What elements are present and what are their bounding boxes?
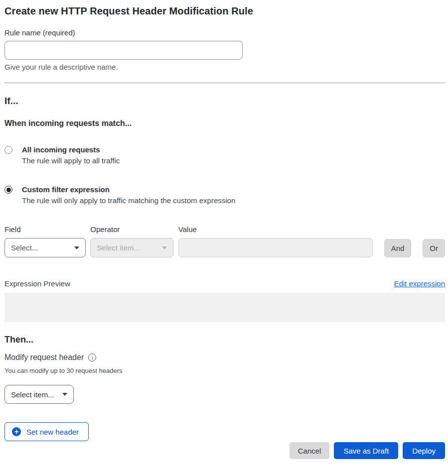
then-heading: Then...	[4, 335, 445, 345]
radio-all-incoming-icon[interactable]	[4, 146, 12, 154]
expression-builder-row: Field Select... Operator Select item... …	[4, 225, 445, 257]
radio-all-incoming-label: All incoming requests	[22, 145, 120, 154]
operator-select: Select item...	[90, 238, 173, 257]
expression-preview-box	[4, 293, 445, 322]
field-select-value: Select...	[11, 243, 38, 252]
value-column: Value	[178, 225, 373, 257]
radio-custom-filter-label: Custom filter expression	[22, 185, 235, 194]
operator-label: Operator	[90, 225, 173, 234]
field-select[interactable]: Select...	[4, 238, 86, 257]
radio-custom-filter-texts: Custom filter expression The rule will o…	[22, 185, 235, 205]
deploy-button[interactable]: Deploy	[403, 442, 445, 459]
operator-select-value: Select item...	[97, 243, 140, 252]
set-new-header-button[interactable]: + Set new header	[4, 422, 89, 441]
section-divider	[4, 83, 445, 83]
field-column: Field Select...	[4, 225, 86, 257]
info-icon[interactable]: i	[88, 354, 96, 361]
radio-all-incoming-texts: All incoming requests The rule will appl…	[22, 145, 120, 165]
rule-name-input[interactable]	[4, 41, 243, 60]
page-title: Create new HTTP Request Header Modificat…	[4, 5, 445, 17]
header-item-select[interactable]: Select item...	[4, 385, 74, 404]
operator-column: Operator Select item...	[90, 225, 173, 257]
modify-header-help: You can modify up to 30 request headers	[4, 367, 445, 375]
cancel-button[interactable]: Cancel	[290, 442, 330, 459]
radio-option-custom-filter[interactable]: Custom filter expression The rule will o…	[4, 185, 445, 205]
set-new-header-label: Set new header	[26, 428, 79, 436]
radio-option-all-incoming[interactable]: All incoming requests The rule will appl…	[4, 145, 445, 165]
chevron-down-icon	[162, 246, 167, 249]
radio-all-incoming-description: The rule will apply to all traffic	[22, 156, 120, 165]
modify-header-row: Modify request header i	[4, 353, 445, 362]
radio-custom-filter-icon[interactable]	[4, 186, 12, 194]
rule-name-label: Rule name (required)	[4, 28, 445, 37]
plus-icon: +	[12, 427, 21, 436]
create-rule-form: Create new HTTP Request Header Modificat…	[0, 0, 448, 469]
chevron-down-icon	[62, 393, 67, 396]
or-button[interactable]: Or	[423, 239, 445, 257]
rule-name-help: Give your rule a descriptive name.	[4, 63, 445, 72]
save-as-draft-button[interactable]: Save as Draft	[334, 442, 398, 459]
footer-actions: Cancel Save as Draft Deploy	[4, 442, 445, 469]
field-label: Field	[4, 225, 86, 234]
value-input	[178, 238, 373, 257]
expression-preview-header: Expression Preview Edit expression	[4, 279, 445, 288]
and-button[interactable]: And	[384, 239, 412, 257]
radio-custom-filter-description: The rule will only apply to traffic matc…	[22, 196, 235, 205]
header-item-select-value: Select item...	[11, 390, 54, 399]
chevron-down-icon	[74, 246, 79, 249]
expression-preview-label: Expression Preview	[4, 279, 70, 288]
if-heading: If...	[4, 95, 445, 107]
value-label: Value	[178, 225, 373, 234]
edit-expression-link[interactable]: Edit expression	[394, 279, 445, 288]
when-subheading: When incoming requests match...	[4, 119, 445, 128]
modify-header-label: Modify request header	[4, 353, 84, 362]
